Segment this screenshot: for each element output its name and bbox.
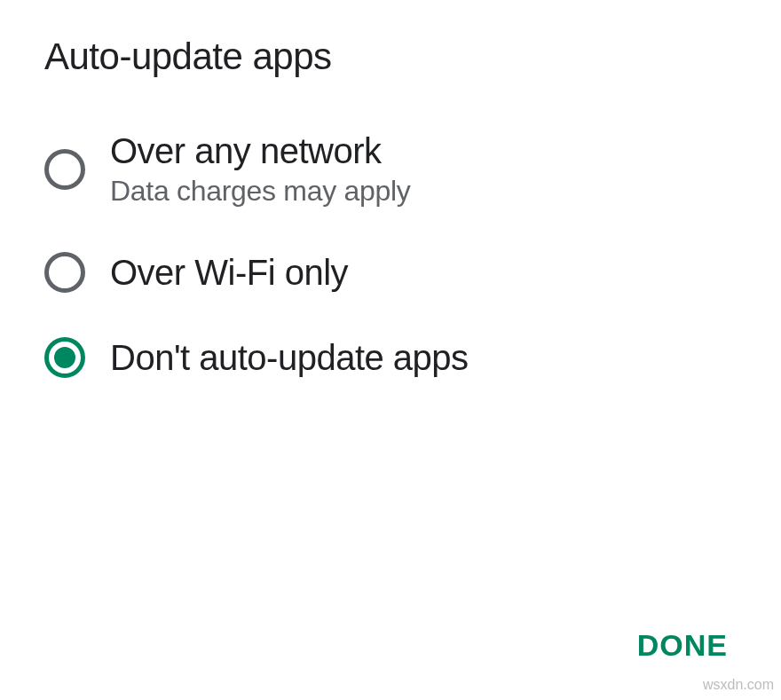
watermark: wsxdn.com xyxy=(703,677,774,693)
radio-text-container: Don't auto-update apps xyxy=(110,338,469,378)
radio-text-container: Over any network Data charges may apply xyxy=(110,131,410,208)
radio-text-container: Over Wi-Fi only xyxy=(110,253,348,293)
done-button[interactable]: DONE xyxy=(619,617,746,673)
radio-inner-dot xyxy=(54,347,75,368)
radio-subtitle: Data charges may apply xyxy=(110,175,410,208)
button-row: DONE xyxy=(619,617,746,673)
radio-option-dont-update[interactable]: Don't auto-update apps xyxy=(44,337,737,378)
radio-group: Over any network Data charges may apply … xyxy=(44,131,737,378)
radio-label: Don't auto-update apps xyxy=(110,338,469,378)
radio-option-any-network[interactable]: Over any network Data charges may apply xyxy=(44,131,737,208)
radio-icon-selected xyxy=(44,337,85,378)
radio-icon xyxy=(44,149,85,190)
radio-option-wifi-only[interactable]: Over Wi-Fi only xyxy=(44,252,737,293)
radio-label: Over any network xyxy=(110,131,410,171)
radio-label: Over Wi-Fi only xyxy=(110,253,348,293)
radio-icon xyxy=(44,252,85,293)
dialog-title: Auto-update apps xyxy=(44,35,737,78)
